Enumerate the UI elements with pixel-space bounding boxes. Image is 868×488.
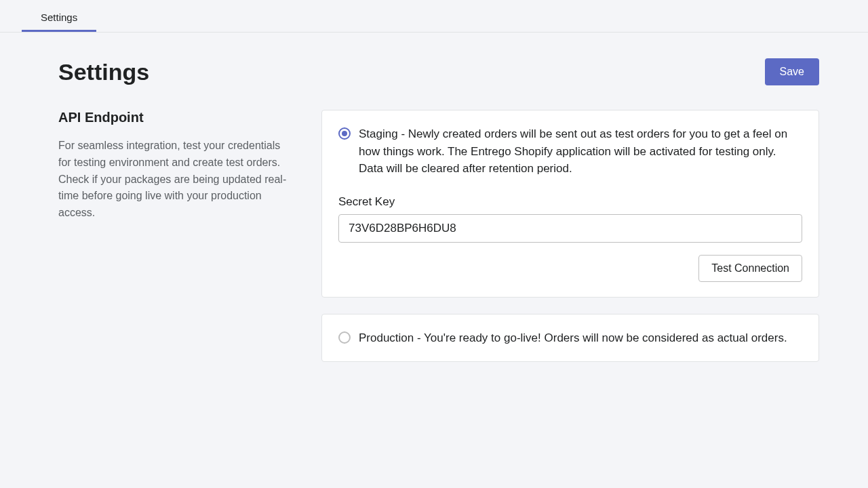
test-connection-row: Test Connection xyxy=(338,255,802,282)
staging-card: Staging - Newly created orders will be s… xyxy=(321,110,819,298)
radio-selected-icon[interactable] xyxy=(338,127,351,140)
production-radio-row[interactable]: Production - You're ready to go-live! Or… xyxy=(338,329,802,347)
section-form: Staging - Newly created orders will be s… xyxy=(321,110,819,378)
production-radio-label: Production - You're ready to go-live! Or… xyxy=(359,329,787,347)
secret-key-label: Secret Key xyxy=(338,195,802,209)
production-card: Production - You're ready to go-live! Or… xyxy=(321,314,819,363)
secret-key-field: Secret Key xyxy=(338,195,802,243)
staging-radio-label: Staging - Newly created orders will be s… xyxy=(359,125,802,178)
page-header: Settings Save xyxy=(58,58,819,85)
page-content: Settings Save API Endpoint For seamless … xyxy=(0,33,868,378)
page-title: Settings xyxy=(58,59,149,85)
radio-unselected-icon[interactable] xyxy=(338,331,351,344)
radio-dot-icon xyxy=(342,131,347,136)
section-title: API Endpoint xyxy=(58,110,289,125)
tabs-bar: Settings xyxy=(0,0,868,33)
staging-radio-row[interactable]: Staging - Newly created orders will be s… xyxy=(338,125,802,178)
test-connection-button[interactable]: Test Connection xyxy=(698,255,802,282)
save-button[interactable]: Save xyxy=(765,58,819,85)
section-description: For seamless integration, test your cred… xyxy=(58,138,289,222)
section-info: API Endpoint For seamless integration, t… xyxy=(58,110,289,378)
settings-layout: API Endpoint For seamless integration, t… xyxy=(58,110,819,378)
secret-key-input[interactable] xyxy=(338,214,802,243)
tab-settings[interactable]: Settings xyxy=(22,3,96,32)
